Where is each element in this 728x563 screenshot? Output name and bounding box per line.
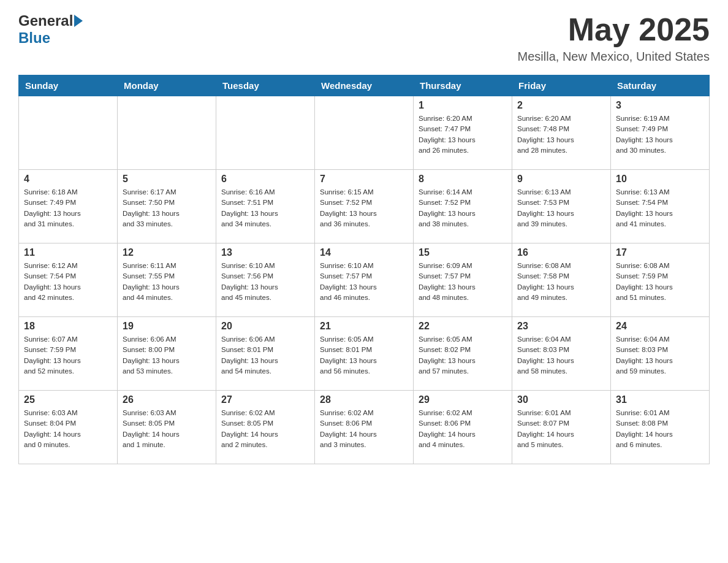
calendar-cell: 6Sunrise: 6:16 AM Sunset: 7:51 PM Daylig… bbox=[216, 170, 315, 243]
day-info: Sunrise: 6:14 AM Sunset: 7:52 PM Dayligh… bbox=[419, 187, 507, 229]
calendar-cell: 23Sunrise: 6:04 AM Sunset: 8:03 PM Dayli… bbox=[512, 317, 611, 391]
logo: General Blue bbox=[18, 12, 83, 47]
calendar-cell: 18Sunrise: 6:07 AM Sunset: 7:59 PM Dayli… bbox=[19, 317, 118, 391]
day-number: 9 bbox=[517, 174, 605, 185]
calendar-cell: 16Sunrise: 6:08 AM Sunset: 7:58 PM Dayli… bbox=[512, 243, 611, 317]
day-info: Sunrise: 6:16 AM Sunset: 7:51 PM Dayligh… bbox=[221, 187, 309, 229]
day-number: 21 bbox=[320, 321, 408, 332]
day-info: Sunrise: 6:09 AM Sunset: 7:57 PM Dayligh… bbox=[419, 261, 507, 303]
calendar-cell: 7Sunrise: 6:15 AM Sunset: 7:52 PM Daylig… bbox=[315, 170, 414, 243]
calendar-cell: 21Sunrise: 6:05 AM Sunset: 8:01 PM Dayli… bbox=[315, 317, 414, 391]
calendar-cell: 25Sunrise: 6:03 AM Sunset: 8:04 PM Dayli… bbox=[19, 391, 118, 464]
day-info: Sunrise: 6:08 AM Sunset: 7:59 PM Dayligh… bbox=[616, 261, 704, 303]
calendar-cell: 2Sunrise: 6:20 AM Sunset: 7:48 PM Daylig… bbox=[512, 96, 611, 170]
day-info: Sunrise: 6:04 AM Sunset: 8:03 PM Dayligh… bbox=[616, 334, 704, 377]
day-number: 14 bbox=[320, 247, 408, 258]
day-number: 16 bbox=[517, 247, 605, 258]
day-number: 24 bbox=[616, 321, 704, 332]
day-number: 22 bbox=[419, 321, 507, 332]
day-info: Sunrise: 6:06 AM Sunset: 8:00 PM Dayligh… bbox=[123, 334, 211, 377]
day-info: Sunrise: 6:03 AM Sunset: 8:04 PM Dayligh… bbox=[24, 408, 112, 450]
calendar-cell: 29Sunrise: 6:02 AM Sunset: 8:06 PM Dayli… bbox=[414, 391, 512, 464]
day-of-week-header: Monday bbox=[118, 75, 216, 96]
day-of-week-header: Thursday bbox=[414, 75, 512, 96]
day-number: 12 bbox=[123, 247, 211, 258]
day-number: 17 bbox=[616, 247, 704, 258]
calendar-week-row: 4Sunrise: 6:18 AM Sunset: 7:49 PM Daylig… bbox=[19, 170, 710, 243]
day-number: 26 bbox=[123, 394, 211, 405]
calendar-cell: 10Sunrise: 6:13 AM Sunset: 7:54 PM Dayli… bbox=[611, 170, 710, 243]
month-title: May 2025 bbox=[518, 12, 710, 47]
calendar-cell: 1Sunrise: 6:20 AM Sunset: 7:47 PM Daylig… bbox=[414, 96, 512, 170]
day-number: 18 bbox=[24, 321, 112, 332]
day-number: 1 bbox=[419, 100, 507, 111]
calendar-cell bbox=[315, 96, 414, 170]
calendar-cell: 20Sunrise: 6:06 AM Sunset: 8:01 PM Dayli… bbox=[216, 317, 315, 391]
calendar-week-row: 25Sunrise: 6:03 AM Sunset: 8:04 PM Dayli… bbox=[19, 391, 710, 464]
calendar-cell: 5Sunrise: 6:17 AM Sunset: 7:50 PM Daylig… bbox=[118, 170, 216, 243]
calendar-cell: 9Sunrise: 6:13 AM Sunset: 7:53 PM Daylig… bbox=[512, 170, 611, 243]
day-number: 30 bbox=[517, 394, 605, 405]
day-info: Sunrise: 6:04 AM Sunset: 8:03 PM Dayligh… bbox=[517, 334, 605, 377]
calendar-cell bbox=[216, 96, 315, 170]
day-info: Sunrise: 6:01 AM Sunset: 8:08 PM Dayligh… bbox=[616, 408, 704, 450]
day-info: Sunrise: 6:08 AM Sunset: 7:58 PM Dayligh… bbox=[517, 261, 605, 303]
calendar-cell: 22Sunrise: 6:05 AM Sunset: 8:02 PM Dayli… bbox=[414, 317, 512, 391]
day-number: 15 bbox=[419, 247, 507, 258]
day-info: Sunrise: 6:02 AM Sunset: 8:06 PM Dayligh… bbox=[419, 408, 507, 450]
day-info: Sunrise: 6:19 AM Sunset: 7:49 PM Dayligh… bbox=[616, 113, 704, 156]
calendar-cell: 13Sunrise: 6:10 AM Sunset: 7:56 PM Dayli… bbox=[216, 243, 315, 317]
calendar-week-row: 11Sunrise: 6:12 AM Sunset: 7:54 PM Dayli… bbox=[19, 243, 710, 317]
day-number: 23 bbox=[517, 321, 605, 332]
day-number: 5 bbox=[123, 174, 211, 185]
day-info: Sunrise: 6:17 AM Sunset: 7:50 PM Dayligh… bbox=[123, 187, 211, 229]
calendar-cell bbox=[19, 96, 118, 170]
page-header: General Blue May 2025 Mesilla, New Mexic… bbox=[18, 12, 710, 64]
day-number: 6 bbox=[221, 174, 309, 185]
day-of-week-header: Friday bbox=[512, 75, 611, 96]
calendar-cell: 28Sunrise: 6:02 AM Sunset: 8:06 PM Dayli… bbox=[315, 391, 414, 464]
day-info: Sunrise: 6:13 AM Sunset: 7:54 PM Dayligh… bbox=[616, 187, 704, 229]
day-info: Sunrise: 6:05 AM Sunset: 8:02 PM Dayligh… bbox=[419, 334, 507, 377]
calendar-cell: 3Sunrise: 6:19 AM Sunset: 7:49 PM Daylig… bbox=[611, 96, 710, 170]
logo-general: General bbox=[18, 12, 73, 29]
day-number: 29 bbox=[419, 394, 507, 405]
calendar-cell: 14Sunrise: 6:10 AM Sunset: 7:57 PM Dayli… bbox=[315, 243, 414, 317]
day-info: Sunrise: 6:06 AM Sunset: 8:01 PM Dayligh… bbox=[221, 334, 309, 377]
calendar-table: SundayMondayTuesdayWednesdayThursdayFrid… bbox=[18, 75, 710, 464]
day-info: Sunrise: 6:10 AM Sunset: 7:56 PM Dayligh… bbox=[221, 261, 309, 303]
day-of-week-header: Saturday bbox=[611, 75, 710, 96]
day-of-week-header: Wednesday bbox=[315, 75, 414, 96]
day-of-week-header: Tuesday bbox=[216, 75, 315, 96]
day-number: 20 bbox=[221, 321, 309, 332]
calendar-cell bbox=[118, 96, 216, 170]
calendar-cell: 26Sunrise: 6:03 AM Sunset: 8:05 PM Dayli… bbox=[118, 391, 216, 464]
calendar-cell: 15Sunrise: 6:09 AM Sunset: 7:57 PM Dayli… bbox=[414, 243, 512, 317]
calendar-cell: 11Sunrise: 6:12 AM Sunset: 7:54 PM Dayli… bbox=[19, 243, 118, 317]
calendar-cell: 4Sunrise: 6:18 AM Sunset: 7:49 PM Daylig… bbox=[19, 170, 118, 243]
calendar-cell: 17Sunrise: 6:08 AM Sunset: 7:59 PM Dayli… bbox=[611, 243, 710, 317]
day-number: 2 bbox=[517, 100, 605, 111]
day-number: 13 bbox=[221, 247, 309, 258]
calendar-cell: 8Sunrise: 6:14 AM Sunset: 7:52 PM Daylig… bbox=[414, 170, 512, 243]
day-info: Sunrise: 6:10 AM Sunset: 7:57 PM Dayligh… bbox=[320, 261, 408, 303]
day-number: 27 bbox=[221, 394, 309, 405]
day-number: 11 bbox=[24, 247, 112, 258]
day-info: Sunrise: 6:02 AM Sunset: 8:05 PM Dayligh… bbox=[221, 408, 309, 450]
day-info: Sunrise: 6:20 AM Sunset: 7:47 PM Dayligh… bbox=[419, 113, 507, 156]
calendar-cell: 19Sunrise: 6:06 AM Sunset: 8:00 PM Dayli… bbox=[118, 317, 216, 391]
day-info: Sunrise: 6:15 AM Sunset: 7:52 PM Dayligh… bbox=[320, 187, 408, 229]
calendar-header-row: SundayMondayTuesdayWednesdayThursdayFrid… bbox=[19, 75, 710, 96]
day-number: 10 bbox=[616, 174, 704, 185]
day-info: Sunrise: 6:07 AM Sunset: 7:59 PM Dayligh… bbox=[24, 334, 112, 377]
day-info: Sunrise: 6:13 AM Sunset: 7:53 PM Dayligh… bbox=[517, 187, 605, 229]
calendar-cell: 30Sunrise: 6:01 AM Sunset: 8:07 PM Dayli… bbox=[512, 391, 611, 464]
day-info: Sunrise: 6:02 AM Sunset: 8:06 PM Dayligh… bbox=[320, 408, 408, 450]
day-info: Sunrise: 6:01 AM Sunset: 8:07 PM Dayligh… bbox=[517, 408, 605, 450]
day-number: 19 bbox=[123, 321, 211, 332]
day-of-week-header: Sunday bbox=[19, 75, 118, 96]
day-info: Sunrise: 6:11 AM Sunset: 7:55 PM Dayligh… bbox=[123, 261, 211, 303]
title-section: May 2025 Mesilla, New Mexico, United Sta… bbox=[518, 12, 710, 64]
day-info: Sunrise: 6:03 AM Sunset: 8:05 PM Dayligh… bbox=[123, 408, 211, 450]
day-number: 8 bbox=[419, 174, 507, 185]
